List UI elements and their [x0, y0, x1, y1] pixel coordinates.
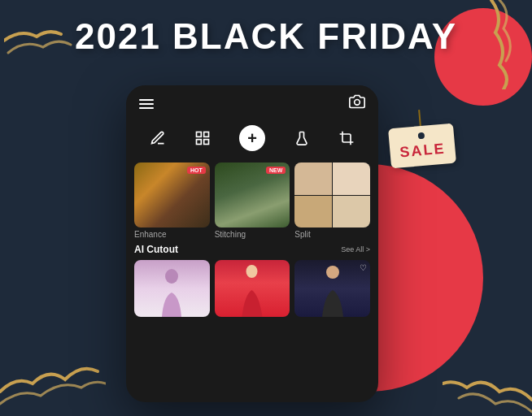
split-image [294, 162, 370, 228]
ribbon-bottom-right [443, 343, 532, 416]
see-all-link[interactable]: See All > [341, 245, 370, 254]
svg-rect-3 [197, 140, 202, 145]
sale-text: SALE [399, 141, 447, 162]
stitching-label: Stitching [215, 230, 290, 239]
feature-stitching[interactable]: NEW Stitching [215, 162, 290, 239]
camera-icon[interactable] [349, 93, 365, 114]
feature-enhance[interactable]: HOT Enhance [134, 162, 210, 239]
phone-toolbar: + [126, 119, 378, 158]
phone-mockup: + HOT Enhance [126, 85, 378, 402]
adjust-tool-icon[interactable] [294, 130, 310, 146]
page-title: 2021 BLACK FRIDAY [0, 16, 532, 57]
enhance-image: HOT [134, 162, 210, 228]
svg-point-5 [165, 269, 178, 284]
grid-tool-icon[interactable] [194, 130, 211, 146]
ai-cutout-grid: ♡ [134, 260, 370, 317]
heart-icon: ♡ [360, 263, 367, 272]
sale-tag-body: SALE [388, 124, 456, 169]
hamburger-icon[interactable] [139, 99, 154, 109]
svg-rect-4 [204, 140, 209, 145]
ribbon-bottom-left [0, 327, 106, 416]
new-badge: NEW [266, 167, 286, 174]
cutout-image-1 [134, 260, 210, 317]
enhance-label: Enhance [134, 230, 210, 239]
edit-tool-icon[interactable] [150, 130, 166, 146]
cutout-item-1[interactable] [134, 260, 210, 317]
svg-rect-2 [204, 132, 209, 137]
cutout-image-3: ♡ [294, 260, 370, 317]
hot-badge: HOT [187, 167, 206, 174]
ai-cutout-section-header: AI Cutout See All > [134, 244, 370, 255]
phone-status-bar [126, 85, 378, 119]
svg-point-0 [355, 100, 360, 106]
sale-tag: SALE [388, 124, 456, 169]
phone-content: HOT Enhance NEW Stitching [126, 158, 378, 322]
svg-rect-1 [197, 132, 202, 137]
feature-grid: HOT Enhance NEW Stitching [134, 162, 370, 239]
crop-tool-icon[interactable] [338, 130, 355, 146]
cutout-item-3[interactable]: ♡ [294, 260, 370, 317]
add-tool-icon[interactable]: + [239, 125, 265, 151]
stitching-image: NEW [215, 162, 290, 228]
sale-tag-hole [418, 132, 425, 140]
svg-point-6 [246, 265, 258, 278]
cutout-item-2[interactable] [215, 260, 290, 317]
cutout-image-2 [215, 260, 290, 317]
svg-point-7 [326, 266, 339, 279]
split-label: Split [294, 230, 370, 239]
ai-cutout-title: AI Cutout [134, 244, 178, 255]
feature-split[interactable]: Split [294, 162, 370, 239]
